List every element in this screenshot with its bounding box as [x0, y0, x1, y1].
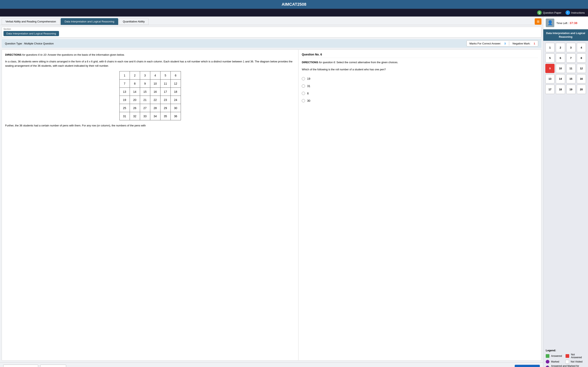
- grid-cell: 23: [160, 96, 171, 104]
- question-type-bar: Question Type : Multiple Choice Question…: [2, 39, 541, 48]
- timer-label: Time Left : 37:38: [556, 21, 577, 25]
- left-panel: Verbal Ability and Reading Comprehension…: [0, 17, 543, 367]
- tab-qa[interactable]: Quantitative Ability: [119, 18, 149, 25]
- profile-section: 👤 Time Left : 37:38: [543, 17, 588, 29]
- question-left-pane: DIRECTIONS for questions 6 to 10: Answer…: [2, 49, 298, 361]
- grid-cell: 21: [140, 96, 150, 104]
- tab-varc[interactable]: Verbal Ability and Reading Comprehension: [2, 18, 60, 25]
- option-radio[interactable]: [302, 92, 305, 95]
- header: AIMCAT2508: [0, 0, 588, 9]
- options-list: 1931630: [302, 75, 538, 104]
- question-number-button[interactable]: 12: [577, 64, 586, 73]
- option-radio[interactable]: [302, 84, 305, 88]
- option-item[interactable]: 31: [302, 82, 538, 90]
- footer-left: Mark for Review & Next Clear Response: [3, 365, 66, 367]
- question-number-button[interactable]: 6: [556, 53, 565, 63]
- answered-icon: [546, 354, 549, 358]
- mark-review-button[interactable]: Mark for Review & Next: [3, 365, 38, 367]
- content-area: DIRECTIONS for questions 6 to 10: Answer…: [0, 48, 543, 362]
- marks-value: 3: [504, 42, 506, 45]
- grid-cell: 27: [140, 104, 150, 112]
- question-paper-button[interactable]: Q Question Paper: [537, 10, 561, 15]
- tab-bar: Verbal Ability and Reading Comprehension…: [0, 17, 543, 25]
- sidebar-section-title: Data Interpretation and Logical Reasonin…: [543, 29, 588, 41]
- grid-cell: 32: [130, 112, 140, 120]
- top-bar: Q Question Paper i Instructions: [0, 9, 588, 17]
- marks-info: Marks For Correct Answer: 3 Negative Mar…: [467, 40, 538, 47]
- option-item[interactable]: 6: [302, 90, 538, 97]
- grid-cell: 5: [160, 71, 171, 80]
- question-number-button[interactable]: 18: [556, 85, 565, 94]
- right-sidebar: 👤 Time Left : 37:38 Data Interpretation …: [543, 17, 588, 367]
- question-number-button[interactable]: 5: [545, 53, 554, 63]
- grid-cell: 24: [171, 96, 181, 104]
- save-next-button[interactable]: Save & Next: [515, 365, 540, 367]
- legend-answered-marked: Answered and Marked for Review: [546, 365, 586, 367]
- clear-response-button[interactable]: Clear Response: [40, 365, 66, 367]
- grid-cell: 16: [150, 88, 160, 96]
- grid-cell: 20: [130, 96, 140, 104]
- grid-cell: 11: [160, 80, 171, 88]
- timer-value: 37:38: [570, 21, 577, 25]
- grid-cell: 14: [130, 88, 140, 96]
- marks-label: Marks For Correct Answer:: [470, 42, 501, 45]
- grid-cell: 12: [171, 80, 181, 88]
- timer-section: Time Left : 37:38: [556, 21, 577, 25]
- question-number-button[interactable]: 16: [577, 74, 586, 83]
- question-number-button[interactable]: 14: [556, 74, 565, 83]
- option-label: 6: [307, 92, 309, 95]
- question-number-button[interactable]: 2: [556, 43, 565, 52]
- question-number-button[interactable]: 3: [566, 43, 576, 52]
- legend-title: Legend:: [546, 349, 586, 352]
- question-paper-icon: Q: [537, 10, 542, 15]
- question-number-button[interactable]: 17: [545, 85, 554, 94]
- grid-cell: 4: [150, 71, 160, 80]
- option-item[interactable]: 19: [302, 75, 538, 82]
- option-radio[interactable]: [302, 77, 305, 80]
- question-number-button[interactable]: 15: [566, 74, 576, 83]
- question-number-button[interactable]: 4: [577, 43, 586, 52]
- avatar: 👤: [546, 18, 554, 27]
- footer-bar: Mark for Review & Next Clear Response Sa…: [0, 362, 543, 367]
- grid-cell: 18: [171, 88, 181, 96]
- grid-cell: 17: [160, 88, 171, 96]
- instructions-button[interactable]: i Instructions: [566, 10, 585, 15]
- question-number-button[interactable]: 9: [545, 64, 554, 73]
- question-number-button[interactable]: 20: [577, 85, 586, 94]
- question-number-button[interactable]: 8: [577, 53, 586, 63]
- section-pill: Data Interpretation and Logical Reasonin…: [3, 31, 59, 36]
- question-text: Which of the following is the roll numbe…: [302, 67, 538, 72]
- grid-cell: 25: [120, 104, 130, 112]
- question-number-button[interactable]: 10: [556, 64, 565, 73]
- question-number-button[interactable]: 7: [566, 53, 576, 63]
- question-number-button[interactable]: 19: [566, 85, 576, 94]
- grid-cell: 2: [130, 71, 140, 80]
- question-number-button[interactable]: 11: [566, 64, 576, 73]
- legend-marked: Marked Not Visited: [546, 360, 586, 364]
- grid-cell: 9: [140, 80, 150, 88]
- grid-cell: 36: [171, 112, 181, 120]
- option-radio[interactable]: [302, 99, 305, 102]
- tab-dilr[interactable]: Data Interpretation and Logical Reasonin…: [61, 18, 118, 25]
- grid-cell: 7: [120, 80, 130, 88]
- option-item[interactable]: 30: [302, 97, 538, 104]
- header-title: AIMCAT2508: [282, 2, 306, 7]
- question-type-label: Question Type : Multiple Choice Question: [5, 42, 54, 45]
- grid-cell: 19: [120, 96, 130, 104]
- section-label: Section: [2, 27, 541, 30]
- question-number-button[interactable]: 1: [545, 43, 554, 52]
- grid-cell: 31: [120, 112, 130, 120]
- option-label: 30: [307, 99, 310, 102]
- grid-cell: 10: [150, 80, 160, 88]
- instructions-icon: i: [566, 10, 570, 15]
- grid-cell: 29: [160, 104, 171, 112]
- question-number-button[interactable]: 13: [545, 74, 554, 83]
- paragraph-text: In a class, 36 students were sitting in …: [5, 59, 295, 68]
- question-number-grid: 1234567891011121314151617181920: [543, 41, 588, 96]
- grid-cell: 22: [150, 96, 160, 104]
- grid-cell: 30: [171, 104, 181, 112]
- calculator-button[interactable]: ⊞: [535, 18, 541, 25]
- answered-marked-icon: [546, 366, 549, 367]
- legend-section: Legend: Answered Not Answered Marked Not…: [543, 347, 588, 367]
- question-right-pane: Question No. 6 DIRECTIONS for question 6…: [298, 49, 541, 361]
